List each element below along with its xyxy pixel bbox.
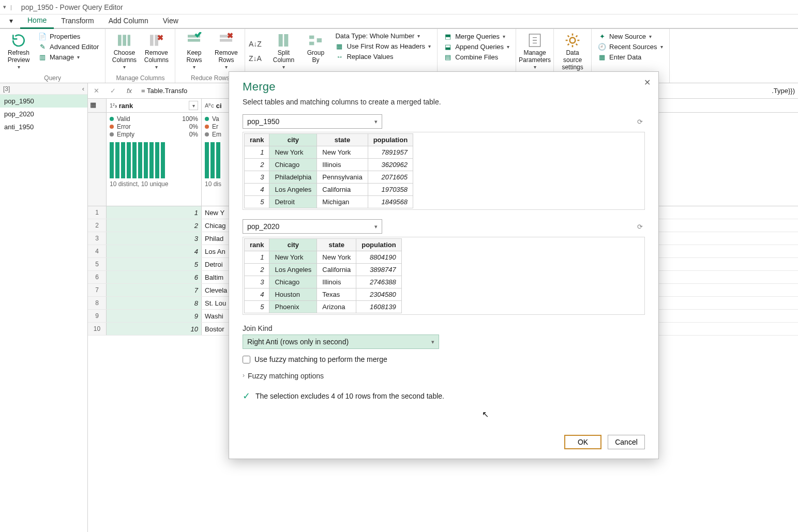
properties-button[interactable]: 📄Properties: [35, 31, 102, 41]
tab-transform[interactable]: Transform: [54, 13, 101, 28]
svg-rect-11: [309, 36, 314, 39]
split-column-button[interactable]: Split Column: [268, 31, 299, 71]
refresh-table1-icon[interactable]: ⟳: [635, 116, 645, 127]
status-row: ✓ The selection excludes 4 of 10 rows fr…: [243, 390, 645, 402]
svg-rect-4: [155, 35, 159, 45]
type-text-icon: Aᴮc: [205, 102, 214, 109]
replace-values-button[interactable]: ↔Replace Values: [332, 51, 434, 62]
close-button[interactable]: ✕: [641, 76, 653, 88]
query-item-pop-1950[interactable]: pop_1950: [0, 95, 87, 108]
title-bar: ▾ | pop_1950 - Power Query Editor: [0, 0, 798, 14]
row-header-corner[interactable]: ▦: [88, 99, 107, 112]
dialog-title: Merge: [243, 80, 645, 94]
col-header-rank[interactable]: 1²₃ rank ▾: [107, 99, 202, 112]
manage-icon: ▥: [38, 53, 47, 61]
svg-rect-2: [128, 35, 130, 45]
combine-files-button[interactable]: ▤Combine Files: [441, 52, 513, 62]
data-source-settings-button[interactable]: Data source settings: [557, 31, 588, 71]
append-icon: ⬓: [444, 42, 452, 51]
append-queries-button[interactable]: ⬓Append Queries: [441, 41, 513, 52]
table2-select[interactable]: pop_2020: [243, 219, 382, 234]
sort-asc-button[interactable]: A↓Z: [249, 40, 262, 48]
replace-icon: ↔: [335, 52, 343, 60]
split-icon: [275, 32, 292, 49]
choose-columns-icon: [116, 32, 132, 49]
recent-icon: 🕘: [598, 42, 606, 51]
check-icon: ✓: [243, 390, 250, 402]
svg-rect-1: [123, 35, 127, 45]
first-row-headers-button[interactable]: ▦Use First Row as Headers: [332, 41, 434, 51]
formula-cancel-button[interactable]: ✕: [90, 85, 102, 97]
svg-point-15: [570, 38, 576, 43]
window-title: pop_1950 - Power Query Editor: [21, 3, 123, 11]
remove-columns-button[interactable]: Remove Columns: [141, 31, 172, 71]
group-by-button[interactable]: Group By: [300, 31, 331, 71]
choose-columns-button[interactable]: Choose Columns: [109, 31, 140, 71]
filter-dropdown-icon[interactable]: ▾: [189, 101, 198, 110]
new-source-button[interactable]: ✦New Source: [595, 31, 666, 41]
new-source-icon: ✦: [598, 32, 606, 40]
query-item-pop-2020[interactable]: pop_2020: [0, 108, 87, 120]
svg-rect-9: [279, 34, 283, 47]
keep-rows-button[interactable]: Keep Rows: [178, 31, 209, 71]
qat-divider: |: [10, 4, 12, 10]
tab-home[interactable]: Home: [20, 13, 54, 29]
merge-queries-button[interactable]: ⬒Merge Queries: [441, 31, 513, 41]
tab-view[interactable]: View: [156, 13, 186, 28]
group-query-label: Query: [3, 73, 102, 82]
join-kind-label: Join Kind: [243, 324, 645, 332]
enter-data-button[interactable]: ▦Enter Data: [595, 52, 666, 62]
tab-file[interactable]: ▾: [2, 13, 20, 28]
table1-select[interactable]: pop_1950: [243, 114, 382, 129]
svg-rect-10: [284, 34, 289, 47]
svg-rect-8: [220, 39, 232, 41]
group-icon: [307, 32, 324, 49]
recent-sources-button[interactable]: 🕘Recent Sources: [595, 41, 666, 52]
formula-accept-button[interactable]: ✓: [107, 85, 119, 97]
refresh-icon: [10, 32, 27, 49]
advanced-editor-button[interactable]: ✎Advanced Editor: [35, 41, 102, 52]
headers-icon: ▦: [335, 42, 343, 50]
fx-icon[interactable]: fx: [123, 85, 135, 97]
table1-preview: rankcitystatepopulation1New YorkNew York…: [243, 132, 645, 210]
svg-rect-12: [309, 42, 314, 45]
chevron-left-icon[interactable]: ‹: [82, 85, 84, 93]
queries-pane: [3] ‹ pop_1950 pop_2020 anti_1950: [0, 83, 88, 532]
quality-rank: Valid100% Error0% Empty0% 10 distinct, 1…: [107, 113, 202, 206]
refresh-table2-icon[interactable]: ⟳: [635, 221, 645, 232]
tab-add-column[interactable]: Add Column: [101, 13, 156, 28]
fuzzy-checkbox[interactable]: [243, 356, 250, 363]
svg-rect-13: [317, 38, 322, 42]
properties-icon: 📄: [38, 32, 47, 40]
formula-tail-text: .Type}}): [769, 85, 798, 97]
join-kind-select[interactable]: Right Anti (rows only in second): [243, 335, 439, 349]
quality-city: Va Er Em 10 dis: [202, 113, 233, 206]
fuzzy-options-expander[interactable]: Fuzzy matching options: [243, 372, 645, 380]
parameters-icon: [526, 32, 543, 49]
manage-parameters-button[interactable]: Manage Parameters: [519, 31, 550, 71]
sort-desc-button[interactable]: Z↓A: [249, 54, 262, 63]
query-item-anti-1950[interactable]: anti_1950: [0, 120, 87, 133]
quick-access-toolbar: ▾ |: [3, 4, 14, 10]
remove-rows-button[interactable]: Remove Rows: [210, 31, 242, 71]
qat-chevron-icon[interactable]: ▾: [3, 4, 6, 10]
ok-button[interactable]: OK: [564, 435, 601, 449]
col-header-city[interactable]: Aᴮc ci: [202, 99, 233, 112]
dialog-subtitle: Select tables and matching columns to cr…: [243, 98, 645, 106]
remove-rows-icon: [218, 32, 234, 49]
queries-header[interactable]: [3] ‹: [0, 83, 87, 95]
group-manage-columns-label: Manage Columns: [109, 73, 172, 82]
merge-dialog: ✕ Merge Select tables and matching colum…: [229, 71, 659, 459]
svg-rect-6: [188, 39, 200, 41]
manage-button[interactable]: ▥Manage: [35, 52, 102, 62]
data-type-button[interactable]: Data Type: Whole Number: [332, 31, 434, 41]
combine-icon: ▤: [444, 53, 452, 61]
table2-preview: rankcitystatepopulation1New YorkNew York…: [243, 237, 645, 315]
gear-icon: [564, 32, 581, 49]
refresh-preview-button[interactable]: Refresh Preview: [3, 31, 34, 71]
cancel-button[interactable]: Cancel: [608, 435, 645, 449]
merge-icon: ⬒: [444, 32, 452, 40]
remove-columns-icon: [148, 32, 164, 49]
ribbon-tabs: ▾ Home Transform Add Column View: [0, 14, 798, 29]
keep-rows-icon: [186, 32, 202, 49]
